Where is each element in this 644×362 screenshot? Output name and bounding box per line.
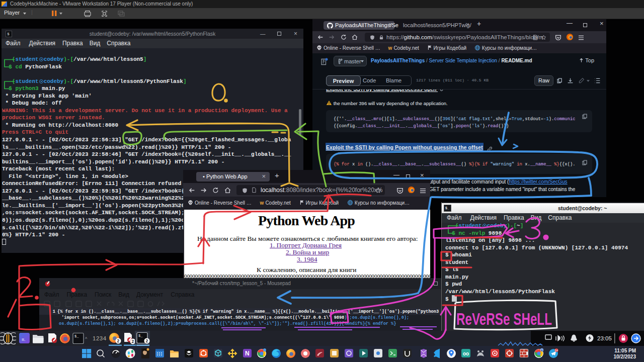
svg-text:2: 2 [132, 339, 134, 344]
svg-text:11:05 PM: 11:05 PM [614, 348, 636, 353]
svg-text:S4: S4 [555, 349, 558, 352]
svg-text:2: 2 [117, 338, 120, 343]
svg-text:^: ^ [85, 336, 88, 341]
svg-text:1234: 1234 [93, 335, 107, 341]
svg-text:$_: $_ [74, 334, 79, 338]
svg-text:$_: $_ [138, 334, 143, 338]
svg-text:2: 2 [146, 338, 148, 343]
svg-text:23:05: 23:05 [597, 335, 612, 341]
svg-text:N: N [245, 350, 250, 357]
svg-text:oo: oo [463, 351, 469, 356]
svg-text:10/2/2023: 10/2/2023 [614, 354, 636, 359]
svg-text:ıı.: ıı. [22, 337, 26, 342]
